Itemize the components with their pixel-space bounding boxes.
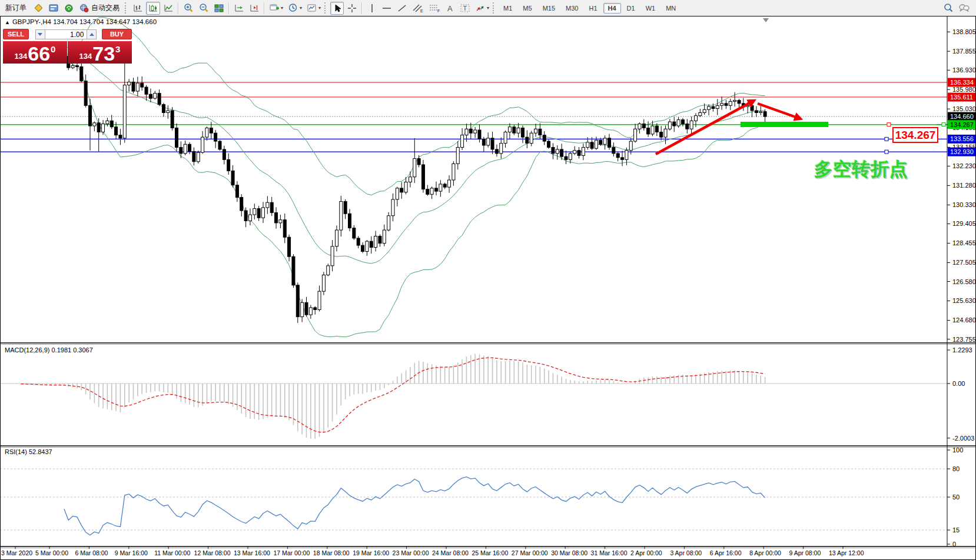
candle-body: [699, 112, 702, 115]
chat-button[interactable]: [957, 2, 972, 15]
candle-body: [266, 202, 269, 208]
candle-body: [763, 112, 766, 116]
chat-icon: [958, 3, 970, 13]
timeframe-button-d1[interactable]: D1: [622, 3, 640, 14]
candle-body: [417, 159, 420, 165]
timeframe-button-h4[interactable]: H4: [603, 3, 621, 14]
trendline-button[interactable]: [395, 2, 409, 15]
trendline-icon: [397, 4, 407, 13]
tile-windows-button[interactable]: [212, 2, 226, 15]
candle-body: [227, 159, 230, 171]
search-button[interactable]: [941, 2, 955, 15]
candle-body: [335, 230, 338, 246]
time-axis-label[interactable]: 2 Apr 00:00: [630, 549, 662, 556]
candle-body: [547, 141, 550, 147]
object-anchor-marker[interactable]: [887, 123, 891, 126]
time-axis-label[interactable]: 25 Mar 16:00: [472, 549, 508, 556]
time-axis-label[interactable]: 9 Apr 08:00: [789, 549, 821, 556]
timeframe-button-m5[interactable]: M5: [518, 3, 536, 14]
time-axis-label[interactable]: 9 Mar 16:00: [115, 549, 148, 556]
rsi-axis-label: 15: [952, 526, 960, 534]
support-zone-bar[interactable]: [741, 122, 828, 127]
candle-body: [106, 121, 109, 124]
time-axis-label[interactable]: 12 Mar 08:00: [194, 549, 231, 556]
time-axis-label[interactable]: 3 Apr 08:00: [670, 549, 702, 556]
volume-input[interactable]: 1.00: [45, 29, 87, 39]
zoom-in-button[interactable]: [181, 2, 195, 15]
timeframe-button-h1[interactable]: H1: [584, 3, 602, 14]
toolbar-grip[interactable]: [324, 2, 328, 14]
new-chart-button[interactable]: ▾: [267, 2, 285, 15]
volume-increase-button[interactable]: [87, 29, 97, 39]
candle-body: [443, 184, 446, 187]
charts-button[interactable]: [47, 2, 61, 15]
toolbar-grip[interactable]: [125, 2, 129, 14]
candle-body: [452, 164, 455, 180]
volume-decrease-button[interactable]: [35, 29, 45, 39]
auto-scroll-button[interactable]: [247, 2, 261, 15]
time-axis-label[interactable]: 6 Mar 08:00: [75, 549, 108, 556]
timeframe-button-w1[interactable]: W1: [641, 3, 660, 14]
zoom-out-button[interactable]: [197, 2, 211, 15]
periods-button[interactable]: ▾: [286, 2, 304, 15]
fibonacci-button[interactable]: F: [427, 2, 442, 15]
line-chart-button[interactable]: [161, 2, 175, 15]
buy-price-panel[interactable]: 134 73 3: [68, 41, 132, 64]
text-label-button[interactable]: T: [458, 2, 472, 15]
time-axis-label[interactable]: 5 Mar 00:00: [35, 549, 68, 556]
timeframe-button-m30[interactable]: M30: [561, 3, 583, 14]
chart-shift-button[interactable]: [232, 2, 246, 15]
timeframe-button-m1[interactable]: M1: [499, 3, 517, 14]
timeframe-button-mn[interactable]: MN: [661, 3, 680, 14]
object-anchor-marker[interactable]: [885, 137, 888, 141]
candle-body: [197, 152, 200, 162]
buy-button[interactable]: BUY: [102, 29, 132, 39]
candle-body: [487, 138, 490, 145]
chart-canvas[interactable]: 138.805137.855136.930135.980135.030134.1…: [0, 16, 976, 560]
time-axis-label[interactable]: 31 Mar 16:00: [591, 549, 628, 556]
collapse-arrow-icon[interactable]: ▲: [5, 19, 10, 25]
time-axis-label[interactable]: 19 Mar 16:00: [353, 549, 389, 556]
cursor-button[interactable]: [330, 2, 344, 15]
object-anchor-marker[interactable]: [885, 150, 888, 154]
time-axis-label[interactable]: 17 Mar 00:00: [273, 549, 310, 556]
annotation-text[interactable]: 多空转折点: [814, 157, 908, 182]
sell-price-panel[interactable]: 134 66 0: [3, 41, 67, 64]
candle-body: [495, 149, 498, 154]
bar-chart-button[interactable]: [131, 2, 145, 15]
candle-body: [530, 133, 533, 143]
new-order-label: 新订单: [4, 3, 28, 13]
navigator-button[interactable]: [62, 2, 76, 15]
vertical-line-button[interactable]: [365, 2, 379, 15]
timeframe-button-m15[interactable]: M15: [538, 3, 560, 14]
candlestick-chart-button[interactable]: [146, 2, 160, 15]
equidistant-channel-button[interactable]: E: [410, 2, 426, 15]
candle-body: [97, 123, 100, 132]
price-callout-label[interactable]: 134.267: [892, 127, 938, 143]
time-axis-label[interactable]: 3 Mar 2020: [1, 549, 32, 556]
templates-button[interactable]: ▾: [305, 2, 323, 15]
time-axis-label[interactable]: 27 Mar 00:00: [512, 549, 548, 556]
time-axis-label[interactable]: 30 Mar 08:00: [551, 549, 587, 556]
crosshair-button[interactable]: [345, 2, 359, 15]
time-axis-label[interactable]: 6 Apr 16:00: [710, 549, 742, 556]
candle-body: [331, 246, 334, 266]
candle-body: [205, 128, 208, 138]
text-button[interactable]: A: [443, 2, 457, 15]
time-axis-label[interactable]: 13 Mar 16:00: [234, 549, 270, 556]
candle-body: [733, 101, 736, 102]
object-anchor-marker[interactable]: [942, 123, 945, 126]
sell-button[interactable]: SELL: [3, 29, 29, 39]
new-order-button[interactable]: 新订单: [2, 2, 30, 15]
arrows-button[interactable]: ▾: [473, 2, 491, 15]
time-axis-label[interactable]: 8 Apr 00:00: [749, 549, 781, 556]
time-axis-label[interactable]: 24 Mar 08:00: [432, 549, 469, 556]
time-axis-label[interactable]: 23 Mar 00:00: [393, 549, 429, 556]
time-axis-label[interactable]: 11 Mar 00:00: [154, 549, 190, 556]
time-axis-label[interactable]: 13 Apr 12:00: [829, 549, 864, 556]
toolbar-grip[interactable]: [493, 2, 497, 14]
horizontal-line-button[interactable]: [380, 2, 394, 15]
market-watch-button[interactable]: [31, 2, 45, 15]
autotrading-button[interactable]: 自动交易: [77, 2, 123, 15]
time-axis-label[interactable]: 18 Mar 08:00: [313, 549, 350, 556]
